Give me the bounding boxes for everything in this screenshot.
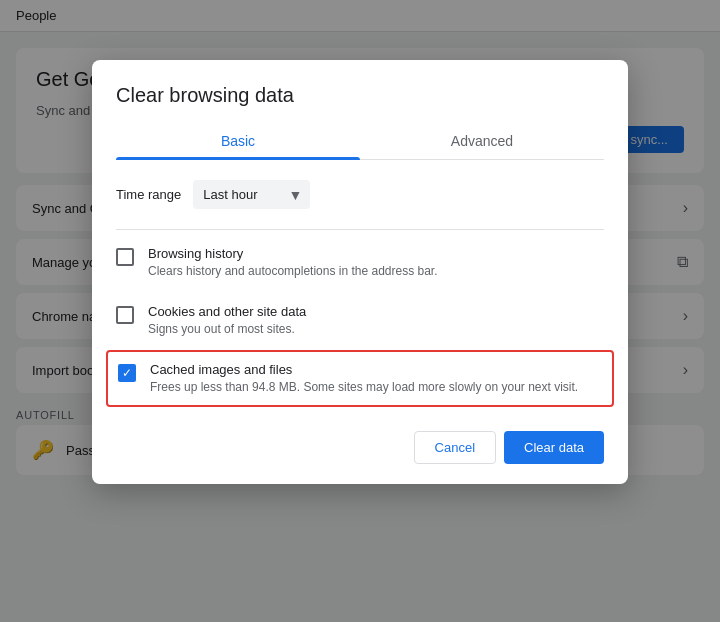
cancel-button[interactable]: Cancel bbox=[414, 431, 496, 464]
cookies-item: Cookies and other site data Signs you ou… bbox=[116, 292, 604, 350]
dialog-title: Clear browsing data bbox=[116, 84, 604, 107]
clear-browsing-data-dialog: Clear browsing data Basic Advanced Time … bbox=[92, 60, 628, 484]
cached-images-item: Cached images and files Frees up less th… bbox=[106, 350, 614, 408]
time-range-select-wrapper[interactable]: Last hour Last 24 hours Last 7 days Last… bbox=[193, 180, 310, 209]
checkboxes-section: Browsing history Clears history and auto… bbox=[116, 229, 604, 407]
browsing-history-label: Browsing history bbox=[148, 246, 438, 261]
browsing-history-desc: Clears history and autocompletions in th… bbox=[148, 263, 438, 280]
cached-images-label: Cached images and files bbox=[150, 362, 578, 377]
dialog-actions: Cancel Clear data bbox=[116, 431, 604, 464]
time-range-label: Time range bbox=[116, 187, 181, 202]
tab-advanced[interactable]: Advanced bbox=[360, 123, 604, 159]
clear-data-button[interactable]: Clear data bbox=[504, 431, 604, 464]
cookies-checkbox[interactable] bbox=[116, 306, 134, 324]
browsing-history-item: Browsing history Clears history and auto… bbox=[116, 234, 604, 292]
browsing-history-checkbox[interactable] bbox=[116, 248, 134, 266]
time-range-row: Time range Last hour Last 24 hours Last … bbox=[116, 180, 604, 209]
time-range-select[interactable]: Last hour Last 24 hours Last 7 days Last… bbox=[193, 180, 310, 209]
dialog-tabs: Basic Advanced bbox=[116, 123, 604, 160]
cached-images-desc: Frees up less than 94.8 MB. Some sites m… bbox=[150, 379, 578, 396]
cookies-desc: Signs you out of most sites. bbox=[148, 321, 306, 338]
tab-basic[interactable]: Basic bbox=[116, 123, 360, 159]
cached-images-checkbox[interactable] bbox=[118, 364, 136, 382]
cookies-label: Cookies and other site data bbox=[148, 304, 306, 319]
